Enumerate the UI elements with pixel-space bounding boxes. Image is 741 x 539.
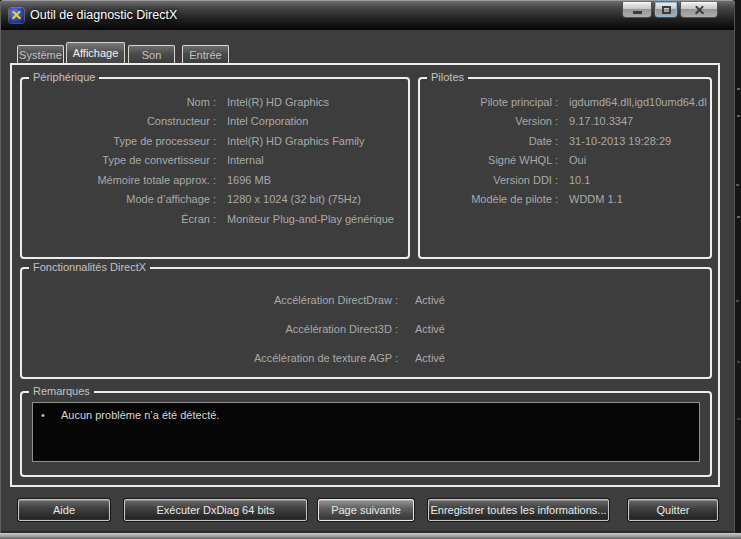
directx-icon <box>9 8 24 23</box>
close-button[interactable] <box>680 2 718 18</box>
next-page-button[interactable]: Page suivante <box>318 499 414 521</box>
maximize-icon <box>662 6 671 14</box>
tab-label: Affichage <box>73 47 119 59</box>
minimize-icon <box>633 11 642 14</box>
tab-label: Son <box>142 49 162 61</box>
desktop-edge-strip <box>0 533 741 539</box>
tab-label: Système <box>19 49 62 61</box>
help-button[interactable]: Aide <box>18 499 110 521</box>
dxdiag-window: Outil de diagnostic DirectX Système Affi… <box>0 0 735 533</box>
maximize-button[interactable] <box>654 2 678 18</box>
screen: Outil de diagnostic DirectX Système Affi… <box>0 0 741 539</box>
titlebar[interactable]: Outil de diagnostic DirectX <box>1 1 734 30</box>
tab-page-frame <box>10 63 720 487</box>
tab-affichage[interactable]: Affichage <box>66 42 125 63</box>
close-icon <box>694 5 705 14</box>
tab-label: Entrée <box>189 49 221 61</box>
save-info-button[interactable]: Enregistrer toutes les informations... <box>428 499 609 521</box>
exit-button[interactable]: Quitter <box>628 499 718 521</box>
window-title: Outil de diagnostic DirectX <box>30 1 177 30</box>
run-dxdiag64-button[interactable]: Exécuter DxDiag 64 bits <box>124 499 307 521</box>
tab-systeme[interactable]: Système <box>17 45 64 63</box>
tab-son[interactable]: Son <box>128 45 175 63</box>
minimize-button[interactable] <box>622 2 652 18</box>
background-text-fragments <box>737 88 740 90</box>
background-window-sliver <box>735 0 741 539</box>
window-controls <box>622 2 718 18</box>
tab-entree[interactable]: Entrée <box>182 45 229 63</box>
